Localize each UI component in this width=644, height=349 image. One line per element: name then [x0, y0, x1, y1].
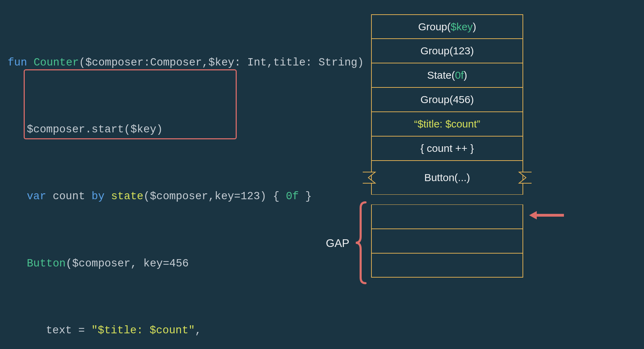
gap-slot-2 — [371, 229, 523, 253]
code-line-2: $composer.start($key) — [8, 121, 377, 138]
slot-button: Button(...) — [371, 161, 523, 195]
identifier-state: state — [111, 190, 143, 202]
code-l3-mid: count — [46, 190, 92, 202]
keyword-var: var — [27, 190, 46, 202]
code-line-5: text = "$title: $count", — [8, 322, 377, 339]
arrow-icon — [529, 210, 564, 220]
code-l4-rest: ($composer, key=456 — [66, 257, 189, 270]
slot-group-456: Group(456) — [371, 87, 523, 112]
table-spacer — [371, 195, 523, 204]
svg-marker-1 — [529, 211, 537, 219]
slot-group-key: Group($key) — [371, 14, 523, 39]
keyword-by: by — [92, 190, 104, 202]
gap-label: GAP — [326, 237, 350, 250]
code-l3-args: ($composer,key=123) — [143, 190, 266, 202]
gap-bracket-icon — [354, 201, 368, 285]
keyword-fun: fun — [8, 56, 27, 69]
code-line-3: var count by state($composer,key=123) { … — [8, 188, 377, 205]
identifier-counter: Counter — [33, 56, 79, 69]
slot-var-key: $key — [451, 21, 473, 33]
slot-count-increment: { count ++ } — [371, 136, 523, 161]
slot-table: Group($key) Group(123) State(0f) Group(4… — [371, 14, 523, 278]
literal-0f: 0f — [286, 190, 299, 202]
slot-state-0f: State(0f) — [371, 63, 523, 87]
gap-slot-3 — [371, 253, 523, 278]
tear-icon-right — [513, 171, 533, 184]
slot-group-123: Group(123) — [371, 39, 523, 63]
gap-slot-1 — [371, 204, 523, 229]
code-l1-rest: ($composer:Composer,$key: Int,title: Str… — [79, 56, 377, 69]
code-line-1: fun Counter($composer:Composer,$key: Int… — [8, 54, 377, 71]
identifier-button: Button — [27, 257, 66, 270]
slot-state-value: 0f — [455, 69, 464, 81]
code-block: fun Counter($composer:Composer,$key: Int… — [8, 21, 377, 349]
slot-title-count: “$title: $count” — [371, 112, 523, 136]
code-line-4: Button($composer, key=456 — [8, 255, 377, 272]
string-title-count: "$title: $count" — [91, 324, 195, 336]
